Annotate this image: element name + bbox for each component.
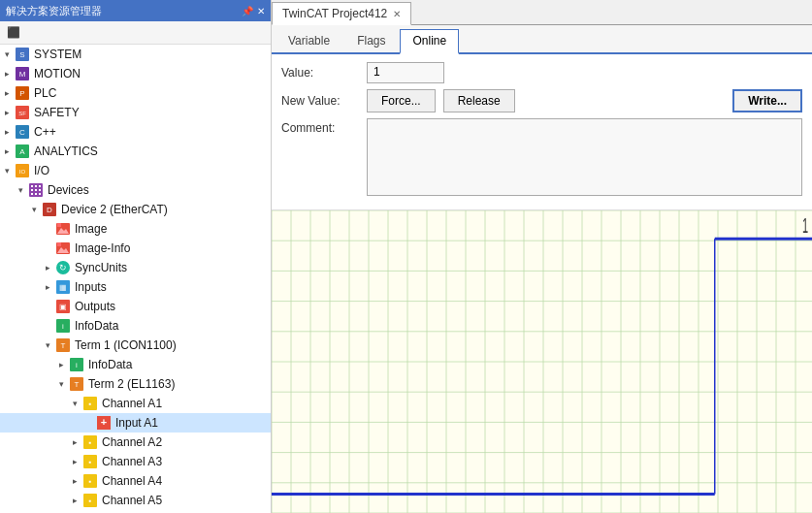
new-value-label: New Value: <box>281 94 359 108</box>
tree-item-channela5[interactable]: ▸▪Channel A5 <box>0 491 271 510</box>
force-button[interactable]: Force... <box>367 89 436 112</box>
image-icon <box>54 240 72 256</box>
svg-rect-20 <box>35 193 37 195</box>
tree-item-image[interactable]: Image <box>0 219 271 239</box>
svg-text:C: C <box>19 128 25 137</box>
svg-text:T: T <box>75 380 80 389</box>
tree-item-devices[interactable]: ▾Devices <box>0 180 271 200</box>
tree-arrow-motion[interactable]: ▸ <box>0 69 14 79</box>
tree-label-channela2: Channel A2 <box>102 435 162 449</box>
tab-close-icon[interactable]: ✕ <box>393 9 401 19</box>
outer-tab-bar: TwinCAT Project412 ✕ <box>272 0 812 25</box>
tree-item-channela2[interactable]: ▸▪Channel A2 <box>0 433 271 452</box>
tree-arrow-device2[interactable]: ▾ <box>27 205 41 214</box>
titlebar-icons: 📌 ✕ <box>242 6 265 16</box>
tree-item-outputs[interactable]: ▣Outputs <box>0 297 271 316</box>
tree-arrow-infodata2[interactable]: ▸ <box>54 360 68 369</box>
sync-icon: ↻ <box>54 260 72 275</box>
content-area: VariableFlagsOnline Value: 1 New Value: … <box>272 25 812 513</box>
tree-arrow-inputs[interactable]: ▸ <box>41 282 54 292</box>
comment-row: Comment: <box>281 118 802 196</box>
inputs-icon: ▦ <box>54 279 72 295</box>
tree-item-device2[interactable]: ▾DDevice 2 (EtherCAT) <box>0 200 271 219</box>
project-tab[interactable]: TwinCAT Project412 ✕ <box>272 2 411 25</box>
chart-area: 1 <box>272 209 812 513</box>
svg-text:▪: ▪ <box>89 438 92 447</box>
image-icon <box>54 221 72 237</box>
safety-icon: SF <box>14 105 31 120</box>
svg-rect-28 <box>57 223 61 227</box>
release-button[interactable]: Release <box>443 89 515 112</box>
tree-scroll[interactable]: ▾SSYSTEM▸MMOTION▸PPLC▸SFSAFETY▸CC++▸AANA… <box>0 45 271 513</box>
tree-label-analytics: ANALYTICS <box>34 144 98 158</box>
svg-rect-22 <box>39 189 41 191</box>
tree-item-infodata2[interactable]: ▸iInfoData <box>0 355 271 374</box>
tree-arrow-system[interactable]: ▾ <box>0 49 14 59</box>
inner-tab-bar: VariableFlagsOnline <box>272 25 812 54</box>
tab-variable[interactable]: Variable <box>276 29 342 52</box>
input-a1-icon: + <box>95 415 113 431</box>
tree-label-imageinfo: Image-Info <box>75 241 130 255</box>
tree-item-channela1[interactable]: ▾▪Channel A1 <box>0 394 271 413</box>
tree-label-term1: Term 1 (ICON1100) <box>75 338 177 352</box>
svg-text:A: A <box>19 147 25 156</box>
tree-arrow-devices[interactable]: ▾ <box>14 185 27 195</box>
tree-arrow-analytics[interactable]: ▸ <box>0 146 14 156</box>
tree-arrow-term1[interactable]: ▾ <box>41 340 54 350</box>
tree-item-channela4[interactable]: ▸▪Channel A4 <box>0 471 271 491</box>
term-icon: T <box>54 337 72 353</box>
toolbar-btn-1[interactable]: ⬛ <box>4 25 23 40</box>
tree-item-analytics[interactable]: ▸AANALYTICS <box>0 142 271 161</box>
tree-label-system: SYSTEM <box>34 48 81 61</box>
solution-explorer-title: 解决方案资源管理器 <box>6 4 102 18</box>
svg-text:D: D <box>47 206 52 214</box>
tree-label-device2: Device 2 (EtherCAT) <box>61 203 168 216</box>
tree-item-term2[interactable]: ▾TTerm 2 (EL1163) <box>0 374 271 394</box>
motion-icon: M <box>14 66 31 81</box>
close-icon[interactable]: ✕ <box>257 6 265 16</box>
channel-icon: ▪ <box>81 473 99 489</box>
tree-label-channela4: Channel A4 <box>102 474 162 488</box>
tree-item-cpp[interactable]: ▸CC++ <box>0 122 271 142</box>
tree-item-imageinfo[interactable]: Image-Info <box>0 239 271 258</box>
tab-online[interactable]: Online <box>400 29 459 54</box>
pin-icon[interactable]: 📌 <box>242 6 253 16</box>
tree-arrow-cpp[interactable]: ▸ <box>0 127 14 137</box>
svg-rect-17 <box>31 193 33 195</box>
tree-arrow-io[interactable]: ▾ <box>0 166 14 176</box>
svg-text:▪: ▪ <box>89 497 92 505</box>
tree-item-inputs[interactable]: ▸▦Inputs <box>0 277 271 297</box>
tree-label-channela3: Channel A3 <box>102 455 162 468</box>
tree-item-syncunits[interactable]: ▸↻SyncUnits <box>0 258 271 277</box>
tab-flags[interactable]: Flags <box>344 29 398 52</box>
svg-text:▣: ▣ <box>59 303 67 311</box>
tree-label-plc: PLC <box>34 86 56 100</box>
tree-label-motion: MOTION <box>34 67 81 80</box>
tree-arrow-channela1[interactable]: ▾ <box>68 399 81 408</box>
tree-arrow-safety[interactable]: ▸ <box>0 108 14 117</box>
tree-item-motion[interactable]: ▸MMOTION <box>0 64 271 83</box>
tree-item-io[interactable]: ▾IOI/O <box>0 161 271 180</box>
tree-arrow-channela2[interactable]: ▸ <box>68 437 81 447</box>
tree-item-channela3[interactable]: ▸▪Channel A3 <box>0 452 271 471</box>
info-icon: i <box>68 357 85 372</box>
tree-label-channela5: Channel A5 <box>102 494 162 507</box>
comment-input[interactable] <box>367 118 802 196</box>
analytics-icon: A <box>14 144 31 159</box>
tree-arrow-term2[interactable]: ▾ <box>54 379 68 389</box>
tree-item-plc[interactable]: ▸PPLC <box>0 83 271 103</box>
tree-item-system[interactable]: ▾SSYSTEM <box>0 45 271 64</box>
tree-item-inputa1[interactable]: +Input A1 <box>0 413 271 433</box>
info-icon: i <box>54 318 72 334</box>
write-button[interactable]: Write... <box>732 89 802 112</box>
tree-label-safety: SAFETY <box>34 106 80 119</box>
tree-item-infodata[interactable]: iInfoData <box>0 316 271 336</box>
tree-arrow-syncunits[interactable]: ▸ <box>41 263 54 273</box>
tree-arrow-channela3[interactable]: ▸ <box>68 457 81 466</box>
tree-arrow-channela5[interactable]: ▸ <box>68 496 81 505</box>
tree-arrow-plc[interactable]: ▸ <box>0 88 14 98</box>
svg-text:▪: ▪ <box>89 400 92 408</box>
tree-item-term1[interactable]: ▾TTerm 1 (ICON1100) <box>0 336 271 355</box>
tree-arrow-channela4[interactable]: ▸ <box>68 476 81 486</box>
tree-item-safety[interactable]: ▸SFSAFETY <box>0 103 271 122</box>
